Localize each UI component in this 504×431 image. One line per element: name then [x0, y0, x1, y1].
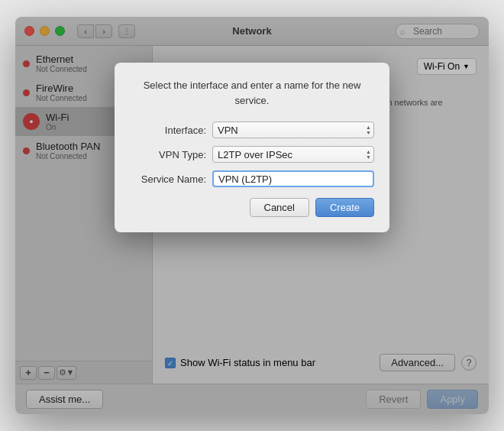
interface-select[interactable]: VPN Ethernet Wi-Fi Bluetooth PAN	[212, 122, 374, 138]
modal-overlay: Select the interface and enter a name fo…	[15, 17, 489, 414]
service-name-label: Service Name:	[130, 173, 206, 185]
modal-message: Select the interface and enter a name fo…	[130, 78, 374, 108]
interface-select-wrap: VPN Ethernet Wi-Fi Bluetooth PAN ▲ ▼	[212, 122, 374, 138]
vpn-type-label: VPN Type:	[130, 149, 206, 160]
create-button[interactable]: Create	[315, 198, 374, 217]
vpn-type-select-wrap: L2TP over IPSec PPTP IKEv2 Cisco IPSec ▲…	[212, 146, 374, 163]
modal-buttons: Cancel Create	[130, 198, 374, 217]
interface-row: Interface: VPN Ethernet Wi-Fi Bluetooth …	[130, 122, 374, 138]
interface-label: Interface:	[130, 125, 206, 136]
vpn-type-select[interactable]: L2TP over IPSec PPTP IKEv2 Cisco IPSec	[212, 146, 374, 163]
service-name-input[interactable]	[212, 170, 374, 187]
vpn-type-row: VPN Type: L2TP over IPSec PPTP IKEv2 Cis…	[130, 146, 374, 163]
service-name-row: Service Name:	[130, 170, 374, 187]
modal-dialog: Select the interface and enter a name fo…	[115, 63, 389, 232]
cancel-button[interactable]: Cancel	[250, 198, 309, 217]
